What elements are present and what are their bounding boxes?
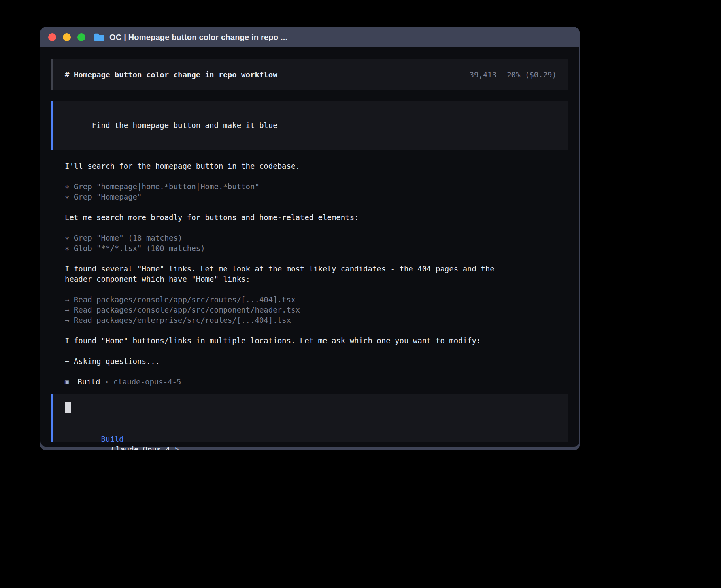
session-stats: 39,413 20% ($0.29) [470, 70, 557, 80]
agent-name: Build [77, 377, 100, 387]
transcript-line: I'll search for the homepage button in t… [65, 161, 568, 171]
input-spacer [65, 413, 557, 424]
transcript-line [65, 202, 568, 212]
session-header: # Homepage button color change in repo w… [51, 59, 568, 90]
terminal-window: OC | Homepage button color change in rep… [40, 27, 580, 450]
minimize-button[interactable] [63, 33, 71, 41]
transcript-line [65, 325, 568, 335]
transcript-line: → Read packages/console/app/src/routes/[… [65, 294, 568, 305]
transcript-line: ∗ Glob "**/*.tsx" (100 matches) [65, 243, 568, 253]
prompt-input[interactable]: Build Claude Opus 4.5 OpenCode Zen [51, 394, 568, 442]
window-title: OC | Homepage button color change in rep… [109, 33, 287, 42]
transcript-line-text: I found "Home" buttons/links in multiple… [65, 336, 481, 345]
session-title: # Homepage button color change in repo w… [65, 70, 277, 80]
transcript-line: ∗ Grep "homepage|home.*button|Home.*butt… [65, 181, 568, 192]
transcript-line: ∗ Grep "Homepage" [65, 192, 568, 202]
transcript-line: → Read packages/console/app/src/componen… [65, 305, 568, 315]
transcript-line [65, 171, 568, 181]
transcript-line-text: → Read packages/console/app/src/routes/[… [65, 295, 295, 304]
transcript-line-text: ~ Asking questions... [65, 357, 160, 366]
window-titlebar[interactable]: OC | Homepage button color change in rep… [40, 27, 580, 47]
transcript-line [65, 366, 568, 377]
transcript-line-text: → Read packages/enterprise/src/routes/[.… [65, 316, 291, 324]
transcript-line-text: ∗ Grep "Homepage" [65, 192, 142, 201]
transcript-line-text: I'll search for the homepage button in t… [65, 162, 300, 170]
input-line[interactable] [65, 402, 557, 413]
transcript-line-text: ∗ Grep "Home" (18 matches) [65, 234, 182, 242]
transcript-line-text: → Read packages/console/app/src/componen… [65, 305, 300, 314]
transcript-line-text: Let me search more broadly for buttons a… [65, 213, 359, 222]
assistant-transcript: I'll search for the homepage button in t… [51, 161, 568, 377]
transcript-line: → Read packages/enterprise/src/routes/[.… [65, 315, 568, 325]
user-message: Find the homepage button and make it blu… [51, 101, 568, 150]
transcript-line [65, 253, 568, 264]
close-button[interactable] [48, 33, 56, 41]
model-row: Build Claude Opus 4.5 OpenCode Zen [65, 424, 557, 434]
agent-separator: · [104, 377, 109, 387]
transcript-line-text: I found several "Home" links. Let me loo… [65, 264, 495, 273]
transcript-line: header component which have "Home" links… [65, 274, 568, 284]
transcript-line-text: ∗ Glob "**/*.tsx" (100 matches) [65, 244, 205, 253]
transcript-line: I found "Home" buttons/links in multiple… [65, 335, 568, 346]
text-cursor [65, 402, 71, 413]
transcript-line: ~ Asking questions... [65, 356, 568, 366]
transcript-line: Let me search more broadly for buttons a… [65, 212, 568, 222]
transcript-line [65, 346, 568, 356]
model-name: Claude Opus 4.5 [111, 445, 179, 450]
transcript-line-text: header component which have "Home" links… [65, 275, 250, 283]
transcript-line: ∗ Grep "Home" (18 matches) [65, 233, 568, 243]
transcript-line [65, 222, 568, 233]
agent-status-row: ▣ Build · claude-opus-4-5 [51, 377, 568, 387]
token-count: 39,413 [470, 70, 497, 80]
context-cost: 20% ($0.29) [507, 70, 557, 80]
folder-icon [94, 33, 105, 41]
terminal-content: # Homepage button color change in repo w… [40, 47, 579, 447]
agent-icon: ▣ [65, 377, 69, 387]
transcript-line: I found several "Home" links. Let me loo… [65, 264, 568, 274]
agent-mode-label[interactable]: Build [101, 435, 124, 443]
transcript-line [65, 284, 568, 294]
zoom-button[interactable] [77, 33, 85, 41]
user-message-text: Find the homepage button and make it blu… [92, 121, 277, 130]
agent-model: claude-opus-4-5 [113, 377, 181, 387]
traffic-lights [48, 33, 85, 41]
transcript-line-text: ∗ Grep "homepage|home.*button|Home.*butt… [65, 182, 259, 191]
